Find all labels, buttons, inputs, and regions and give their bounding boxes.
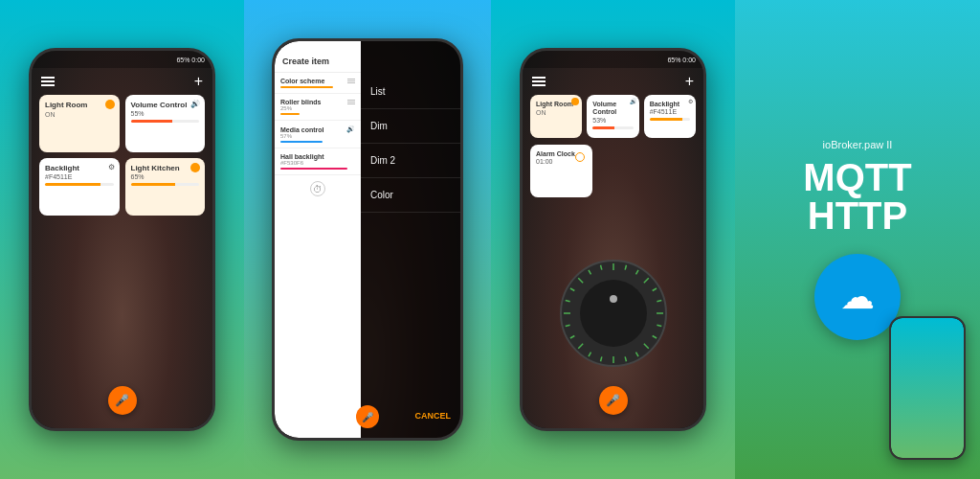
card-backlight-3[interactable]: ⚙ Backlight #F4511E bbox=[644, 95, 696, 138]
dialog-screen: Create item Color scheme bbox=[275, 41, 460, 438]
create-item-overlay: Create item Color scheme bbox=[275, 41, 460, 438]
toolbar-3: + bbox=[523, 68, 703, 95]
card-sub-volume: 55% bbox=[131, 110, 200, 117]
mini-phone-decorative bbox=[889, 316, 966, 460]
mini-phone-screen bbox=[891, 318, 964, 458]
card-title-light-room: Light Room bbox=[45, 101, 114, 110]
speaker-icon-1: 🔊 bbox=[190, 100, 200, 108]
fab-button-1[interactable]: 🎤 bbox=[108, 386, 137, 415]
card-sub-lr3: ON bbox=[536, 109, 576, 116]
card-bar-volume bbox=[131, 120, 200, 123]
card-sub-kitchen: 65% bbox=[131, 173, 200, 180]
card-light-room[interactable]: Light Room ON bbox=[39, 95, 120, 152]
card-backlight[interactable]: ⚙ Backlight #F4511E bbox=[39, 158, 120, 216]
dialog-card-bar-3 bbox=[280, 141, 323, 143]
mqtt-label: MQTT bbox=[803, 158, 911, 196]
add-card-area: ⏱ bbox=[275, 175, 361, 202]
panel-phone-3: 65% 0:00 + Light Room ON 🔊 Volume Contro… bbox=[491, 0, 735, 479]
dialog-card-hall-backlight[interactable]: Hall backlight #F530F6 bbox=[275, 148, 361, 175]
dialog-card-roller-blinds[interactable]: Roller blinds 25% bbox=[275, 94, 361, 121]
create-item-left: Create item Color scheme bbox=[275, 41, 361, 438]
settings-icon-1: ⚙ bbox=[108, 163, 115, 171]
card-sub-bl3: #F4511E bbox=[650, 108, 690, 115]
card-title-vol3: Volume Control bbox=[592, 101, 633, 117]
option-dim2[interactable]: Dim 2 bbox=[361, 144, 460, 178]
panel-phone-1: 65% 0:00 + Light Room ON 🔊 Volume Co bbox=[0, 0, 244, 479]
hamburger-icon-3[interactable] bbox=[532, 77, 546, 86]
phone-mockup-2: Create item Color scheme bbox=[272, 38, 463, 441]
card-title-bl3: Backlight bbox=[650, 101, 690, 108]
create-item-options: List Dim Dim 2 Color CANCEL bbox=[361, 41, 460, 438]
plus-icon-3[interactable]: + bbox=[685, 73, 694, 90]
card-bar-kitchen bbox=[131, 183, 200, 186]
add-card-icon[interactable]: ⏱ bbox=[310, 181, 325, 196]
card-volume-control[interactable]: 🔊 Volume Control 55% bbox=[125, 95, 206, 152]
card-bar-vol3 bbox=[592, 126, 633, 129]
hamburger-icon[interactable] bbox=[41, 77, 55, 86]
mic-icon-2: 🎤 bbox=[362, 412, 373, 422]
cloud-circle: ☁ bbox=[814, 254, 901, 340]
fab-button-3[interactable]: 🎤 bbox=[599, 386, 628, 415]
card-title-volume: Volume Control bbox=[131, 101, 200, 110]
dialog-card-bar-2 bbox=[280, 113, 300, 115]
phone-mockup-3: 65% 0:00 + Light Room ON 🔊 Volume Contro… bbox=[520, 48, 706, 431]
card-title-backlight: Backlight bbox=[45, 164, 114, 173]
settings-icon-3: ⚙ bbox=[688, 98, 693, 104]
cloud-icon: ☁ bbox=[840, 277, 875, 317]
cards-grid-1: Light Room ON 🔊 Volume Control 55% ⚙ Bac… bbox=[39, 95, 205, 216]
card-title-kitchen: Light Kitchen bbox=[131, 164, 200, 173]
toolbar-1: + bbox=[32, 68, 212, 95]
panel-branding: ioBroker.paw II MQTT HTTP ☁ bbox=[735, 0, 980, 479]
fab-button-2[interactable]: 🎤 bbox=[356, 405, 379, 428]
speaker-icon-2: 🔊 bbox=[346, 125, 355, 133]
card-bar-backlight bbox=[45, 183, 114, 186]
dialog-card-sub-4: #F530F6 bbox=[280, 160, 355, 166]
option-dim[interactable]: Dim bbox=[361, 109, 460, 144]
alarm-card-wrapper: Alarm Clock 01:00 bbox=[530, 145, 592, 197]
mic-icon-1: 🎤 bbox=[115, 394, 129, 407]
mic-icon-3: 🎤 bbox=[606, 394, 620, 407]
dialog-card-color-scheme[interactable]: Color scheme bbox=[275, 73, 361, 94]
card-indicator-1 bbox=[105, 100, 115, 109]
indicator-lr3 bbox=[571, 98, 579, 105]
brand-title: ioBroker.paw II bbox=[823, 139, 893, 150]
http-label: HTTP bbox=[808, 196, 907, 235]
speaker-icon-3: 🔊 bbox=[630, 98, 636, 104]
dialog-card-title-4: Hall backlight bbox=[280, 153, 324, 160]
card-title-lr3: Light Room bbox=[536, 101, 576, 108]
phone-mockup-1: 65% 0:00 + Light Room ON 🔊 Volume Co bbox=[29, 48, 215, 431]
option-list[interactable]: List bbox=[361, 75, 460, 109]
create-item-header: Create item bbox=[275, 49, 361, 73]
dialog-card-title-3: Media control bbox=[280, 126, 324, 133]
dialog-card-sub-3: 57% bbox=[280, 133, 355, 139]
status-text-1: 65% 0:00 bbox=[176, 57, 205, 63]
dialog-card-bar-4 bbox=[280, 168, 347, 170]
dialog-card-title-2: Roller blinds bbox=[280, 99, 321, 105]
card-light-kitchen[interactable]: Light Kitchen 65% bbox=[125, 158, 206, 216]
card-volume-3[interactable]: 🔊 Volume Control 53% bbox=[587, 95, 638, 138]
card-indicator-4 bbox=[190, 163, 200, 172]
plus-icon-1[interactable]: + bbox=[194, 73, 203, 90]
phone-screen-3: 65% 0:00 + Light Room ON 🔊 Volume Contro… bbox=[523, 51, 703, 428]
svg-point-26 bbox=[610, 295, 617, 303]
status-text-3: 65% 0:00 bbox=[667, 57, 696, 63]
dial-control[interactable] bbox=[556, 256, 671, 371]
card-sub-backlight: #F4511E bbox=[45, 173, 114, 180]
card-alarm[interactable]: Alarm Clock 01:00 bbox=[530, 145, 592, 197]
svg-point-25 bbox=[580, 280, 647, 347]
dialog-card-media-control[interactable]: Media control 🔊 57% bbox=[275, 121, 361, 148]
option-color[interactable]: Color bbox=[361, 178, 460, 213]
dial-arc-svg bbox=[556, 256, 671, 371]
card-sub-vol3: 53% bbox=[592, 117, 633, 124]
status-bar-3: 65% 0:00 bbox=[523, 51, 703, 68]
top-cards-row-3: Light Room ON 🔊 Volume Control 53% ⚙ Bac… bbox=[530, 95, 696, 138]
dialog-card-bar-1 bbox=[280, 86, 333, 88]
phone-screen-1: 65% 0:00 + Light Room ON 🔊 Volume Co bbox=[32, 51, 212, 428]
panel-phone-2: Create item Color scheme bbox=[244, 0, 491, 479]
card-light-room-3[interactable]: Light Room ON bbox=[530, 95, 582, 138]
dialog-card-sub-2: 25% bbox=[280, 105, 355, 111]
card-sub-light-room: ON bbox=[45, 111, 114, 118]
card-bar-bl3 bbox=[650, 118, 690, 121]
dialog-card-title-1: Color scheme bbox=[280, 78, 324, 84]
status-bar-1: 65% 0:00 bbox=[32, 51, 212, 68]
